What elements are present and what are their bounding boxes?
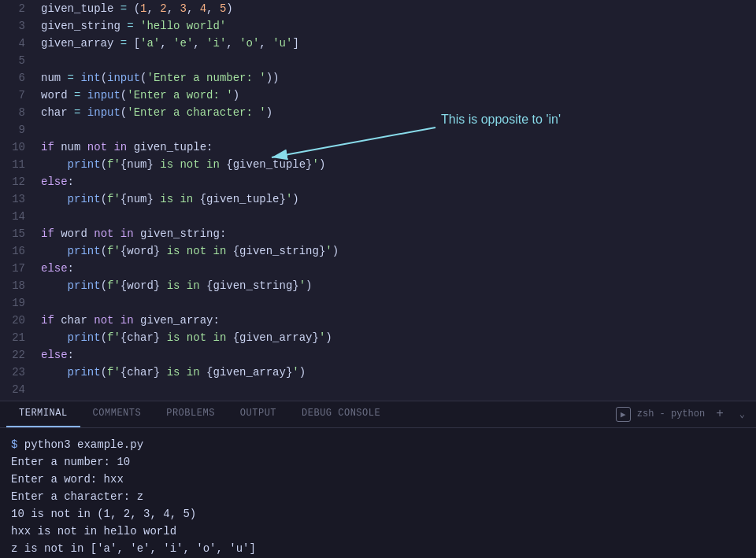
code-line: 8char = input('Enter a character: ') (0, 104, 756, 121)
line-number: 16 (0, 242, 38, 260)
terminal-tab-problems[interactable]: PROBLEMS (154, 401, 228, 427)
line-number: 11 (0, 156, 38, 173)
line-number: 8 (0, 104, 38, 121)
line-content: print(f'{num} is in {given_tuple}') (38, 190, 756, 208)
code-line: 5 (0, 52, 756, 69)
code-line: 6num = int(input('Enter a number: ')) (0, 69, 756, 87)
prompt: $ (11, 438, 24, 451)
line-number: 10 (0, 139, 38, 156)
terminal-tab-comments[interactable]: COMMENTS (80, 401, 154, 427)
terminal-tab-terminal[interactable]: TERMINAL (6, 401, 80, 427)
code-line: 16 print(f'{word} is not in {given_strin… (0, 242, 756, 260)
code-line: 10if num not in given_tuple: (0, 139, 756, 156)
line-content: if char not in given_array: (38, 312, 756, 329)
terminal-controls: ▶ zsh - python + ⌄ (616, 405, 750, 423)
terminal-body: $ python3 example.pyEnter a number: 10En… (0, 428, 756, 558)
line-number: 7 (0, 87, 38, 104)
line-number: 3 (0, 17, 38, 35)
code-lines: 2given_tuple = (1, 2, 3, 4, 5)3given_str… (0, 0, 756, 401)
line-content: else: (38, 346, 756, 364)
code-line: 7word = input('Enter a word: ') (0, 87, 756, 104)
terminal-add-icon[interactable]: + (711, 405, 728, 423)
code-line: 2given_tuple = (1, 2, 3, 4, 5) (0, 0, 756, 17)
terminal-run-icon[interactable]: ▶ (616, 407, 631, 422)
line-number: 5 (0, 52, 38, 69)
terminal-output-line: Enter a character: z (11, 488, 745, 505)
line-content: else: (38, 260, 756, 277)
line-content: word = input('Enter a word: ') (38, 87, 756, 104)
line-content: print(f'{char} is in {given_array}') (38, 364, 756, 381)
code-line: 17else: (0, 260, 756, 277)
line-content: given_array = ['a', 'e', 'i', 'o', 'u'] (38, 35, 756, 52)
line-content: given_string = 'hello world' (38, 17, 756, 35)
code-line: 13 print(f'{num} is in {given_tuple}') (0, 190, 756, 208)
line-number: 15 (0, 225, 38, 242)
code-line: 12else: (0, 173, 756, 190)
line-number: 14 (0, 208, 38, 225)
line-number: 6 (0, 69, 38, 87)
line-number: 19 (0, 294, 38, 312)
terminal-output-line: Enter a word: hxx (11, 471, 745, 488)
line-number: 2 (0, 0, 38, 17)
line-number: 4 (0, 35, 38, 52)
code-line: 22else: (0, 346, 756, 364)
code-line: 3given_string = 'hello world' (0, 17, 756, 35)
line-number: 18 (0, 277, 38, 294)
line-number: 24 (0, 381, 38, 398)
line-content: print(f'{word} is in {given_string}') (38, 277, 756, 294)
terminal-output-line: hxx is not in hello world (11, 523, 745, 540)
line-number: 9 (0, 121, 38, 139)
code-editor: 2given_tuple = (1, 2, 3, 4, 5)3given_str… (0, 0, 756, 401)
code-line: 11 print(f'{num} is not in {given_tuple}… (0, 156, 756, 173)
line-number: 12 (0, 173, 38, 190)
line-content: print(f'{char} is not in {given_array}') (38, 329, 756, 346)
code-line: 19 (0, 294, 756, 312)
line-number: 22 (0, 346, 38, 364)
line-number: 17 (0, 260, 38, 277)
terminal-output-line: Enter a number: 10 (11, 453, 745, 471)
line-content: if num not in given_tuple: (38, 139, 756, 156)
line-number: 20 (0, 312, 38, 329)
terminal-output-line: z is not in ['a', 'e', 'i', 'o', 'u'] (11, 540, 745, 557)
terminal-tab-debug-console[interactable]: DEBUG CONSOLE (289, 401, 393, 427)
terminal-tabs: TERMINALCOMMENTSPROBLEMSOUTPUTDEBUG CONS… (0, 401, 756, 428)
tabs-container: TERMINALCOMMENTSPROBLEMSOUTPUTDEBUG CONS… (6, 401, 393, 427)
code-line: 9 (0, 121, 756, 139)
code-line: 14 (0, 208, 756, 225)
code-line: 18 print(f'{word} is in {given_string}') (0, 277, 756, 294)
line-number: 21 (0, 329, 38, 346)
terminal-panel: TERMINALCOMMENTSPROBLEMSOUTPUTDEBUG CONS… (0, 401, 756, 558)
line-content: if word not in given_string: (38, 225, 756, 242)
terminal-chevron-icon[interactable]: ⌄ (735, 407, 750, 422)
line-content: else: (38, 173, 756, 190)
line-number: 23 (0, 364, 38, 381)
line-content: print(f'{word} is not in {given_string}'… (38, 242, 756, 260)
line-content: print(f'{num} is not in {given_tuple}') (38, 156, 756, 173)
terminal-title-label: zsh - python (637, 408, 705, 419)
terminal-output-line: $ python3 example.py (11, 436, 745, 453)
code-line: 24 (0, 381, 756, 398)
code-line: 15if word not in given_string: (0, 225, 756, 242)
code-line: 23 print(f'{char} is in {given_array}') (0, 364, 756, 381)
code-line: 21 print(f'{char} is not in {given_array… (0, 329, 756, 346)
terminal-tab-output[interactable]: OUTPUT (228, 401, 289, 427)
terminal-output-line: 10 is not in (1, 2, 3, 4, 5) (11, 505, 745, 523)
line-content: char = input('Enter a character: ') (38, 104, 756, 121)
line-number: 13 (0, 190, 38, 208)
line-content: num = int(input('Enter a number: ')) (38, 69, 756, 87)
code-line: 20if char not in given_array: (0, 312, 756, 329)
code-line: 4given_array = ['a', 'e', 'i', 'o', 'u'] (0, 35, 756, 52)
line-content: given_tuple = (1, 2, 3, 4, 5) (38, 0, 756, 17)
